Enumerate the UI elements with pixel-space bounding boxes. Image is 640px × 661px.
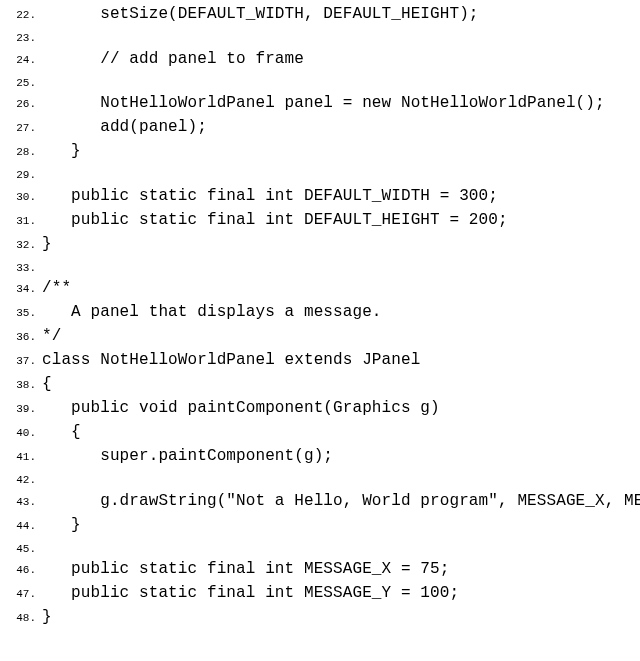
code-text: } <box>42 232 52 256</box>
code-text: */ <box>42 324 61 348</box>
code-text: super.paintComponent(g); <box>42 444 333 468</box>
code-line: 38.{ <box>0 372 640 396</box>
line-number: 38. <box>4 373 36 394</box>
code-text: public void paintComponent(Graphics g) <box>42 396 440 420</box>
code-line: 43. g.drawString("Not a Hello, World pro… <box>0 489 640 513</box>
code-line: 41. super.paintComponent(g); <box>0 444 640 468</box>
line-number: 37. <box>4 349 36 370</box>
line-number: 42. <box>4 468 36 489</box>
code-text: public static final int DEFAULT_HEIGHT =… <box>42 208 508 232</box>
code-text: } <box>42 513 81 537</box>
code-line: 40. { <box>0 420 640 444</box>
code-listing: 22. setSize(DEFAULT_WIDTH, DEFAULT_HEIGH… <box>0 2 640 629</box>
code-line: 36.*/ <box>0 324 640 348</box>
code-line: 22. setSize(DEFAULT_WIDTH, DEFAULT_HEIGH… <box>0 2 640 26</box>
code-line: 25. <box>0 71 640 92</box>
code-line: 29. <box>0 163 640 184</box>
line-number: 39. <box>4 397 36 418</box>
code-text: public static final int MESSAGE_Y = 100; <box>42 581 459 605</box>
line-number: 36. <box>4 325 36 346</box>
code-line: 46. public static final int MESSAGE_X = … <box>0 557 640 581</box>
code-line: 42. <box>0 468 640 489</box>
code-text: // add panel to frame <box>42 47 304 71</box>
code-line: 45. <box>0 537 640 558</box>
code-text: setSize(DEFAULT_WIDTH, DEFAULT_HEIGHT); <box>42 2 479 26</box>
code-line: 32.} <box>0 232 640 256</box>
code-line: 48.} <box>0 605 640 629</box>
code-text: { <box>42 372 52 396</box>
code-line: 27. add(panel); <box>0 115 640 139</box>
code-text: public static final int MESSAGE_X = 75; <box>42 557 449 581</box>
code-text: { <box>42 420 81 444</box>
line-number: 35. <box>4 301 36 322</box>
line-number: 29. <box>4 163 36 184</box>
code-text: } <box>42 139 81 163</box>
code-line: 37.class NotHelloWorldPanel extends JPan… <box>0 348 640 372</box>
line-number: 40. <box>4 421 36 442</box>
code-text: class NotHelloWorldPanel extends JPanel <box>42 348 420 372</box>
line-number: 22. <box>4 3 36 24</box>
line-number: 34. <box>4 277 36 298</box>
code-text: g.drawString("Not a Hello, World program… <box>42 489 640 513</box>
line-number: 44. <box>4 514 36 535</box>
line-number: 48. <box>4 606 36 627</box>
code-line: 44. } <box>0 513 640 537</box>
line-number: 26. <box>4 92 36 113</box>
code-text: /** <box>42 276 71 300</box>
code-line: 31. public static final int DEFAULT_HEIG… <box>0 208 640 232</box>
line-number: 46. <box>4 558 36 579</box>
code-line: 30. public static final int DEFAULT_WIDT… <box>0 184 640 208</box>
code-line: 47. public static final int MESSAGE_Y = … <box>0 581 640 605</box>
line-number: 47. <box>4 582 36 603</box>
code-line: 39. public void paintComponent(Graphics … <box>0 396 640 420</box>
code-text: add(panel); <box>42 115 207 139</box>
code-text: public static final int DEFAULT_WIDTH = … <box>42 184 498 208</box>
line-number: 24. <box>4 48 36 69</box>
line-number: 41. <box>4 445 36 466</box>
line-number: 45. <box>4 537 36 558</box>
code-text: A panel that displays a message. <box>42 300 382 324</box>
code-line: 33. <box>0 256 640 277</box>
line-number: 32. <box>4 233 36 254</box>
code-line: 28. } <box>0 139 640 163</box>
line-number: 30. <box>4 185 36 206</box>
line-number: 25. <box>4 71 36 92</box>
code-text: NotHelloWorldPanel panel = new NotHelloW… <box>42 91 605 115</box>
code-line: 35. A panel that displays a message. <box>0 300 640 324</box>
code-line: 34./** <box>0 276 640 300</box>
line-number: 27. <box>4 116 36 137</box>
code-text: } <box>42 605 52 629</box>
code-line: 24. // add panel to frame <box>0 47 640 71</box>
line-number: 28. <box>4 140 36 161</box>
code-line: 26. NotHelloWorldPanel panel = new NotHe… <box>0 91 640 115</box>
line-number: 43. <box>4 490 36 511</box>
line-number: 23. <box>4 26 36 47</box>
line-number: 31. <box>4 209 36 230</box>
code-line: 23. <box>0 26 640 47</box>
line-number: 33. <box>4 256 36 277</box>
